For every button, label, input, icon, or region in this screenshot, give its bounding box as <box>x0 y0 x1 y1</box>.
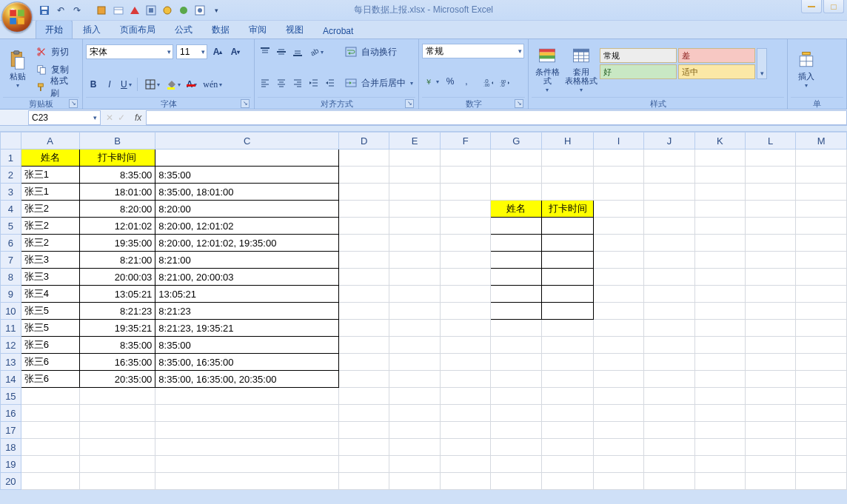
cell[interactable] <box>796 337 847 354</box>
cell[interactable] <box>491 252 542 269</box>
bold-button[interactable]: B <box>86 77 101 92</box>
cell[interactable] <box>339 388 389 405</box>
styles-gallery-launcher[interactable]: ▾ <box>757 48 767 79</box>
decrease-decimal-button[interactable]: .00.0 <box>498 74 512 89</box>
cell[interactable] <box>796 405 847 422</box>
cell[interactable] <box>694 456 745 473</box>
cell[interactable] <box>542 235 594 252</box>
cell[interactable] <box>389 235 440 252</box>
increase-indent-button[interactable] <box>323 75 338 90</box>
format-table-button[interactable]: 套用 表格格式▾ <box>566 44 597 94</box>
cell[interactable] <box>694 235 745 252</box>
style-bad[interactable]: 差 <box>678 48 755 63</box>
cell[interactable] <box>491 184 542 201</box>
cell[interactable] <box>644 320 694 337</box>
row-header[interactable]: 6 <box>1 235 21 252</box>
cell[interactable] <box>542 456 594 473</box>
cell[interactable] <box>644 456 694 473</box>
cell[interactable] <box>796 252 847 269</box>
row-header[interactable]: 15 <box>1 388 21 405</box>
cell[interactable] <box>746 405 796 422</box>
cell[interactable] <box>21 456 79 473</box>
col-header-M[interactable]: M <box>796 132 847 149</box>
tab-view[interactable]: 视图 <box>277 21 312 38</box>
cell[interactable]: 8:20:00 <box>79 201 155 218</box>
cell[interactable] <box>155 388 339 405</box>
cell[interactable] <box>746 456 796 473</box>
cell[interactable]: 8:35:00, 18:01:00 <box>155 184 339 201</box>
cell[interactable] <box>491 354 542 371</box>
cell[interactable]: 张三2 <box>21 235 79 252</box>
cell[interactable]: 8:21:00, 20:00:03 <box>155 269 339 286</box>
col-header-L[interactable]: L <box>746 132 796 149</box>
cell[interactable] <box>339 354 389 371</box>
qat-more-icon[interactable]: ▾ <box>210 4 222 16</box>
cell[interactable] <box>694 320 745 337</box>
increase-decimal-button[interactable]: .0.00 <box>481 74 496 89</box>
cell[interactable] <box>593 303 643 320</box>
cell[interactable] <box>644 252 694 269</box>
cell[interactable] <box>796 473 847 490</box>
align-middle-button[interactable] <box>274 44 289 59</box>
tab-review[interactable]: 审阅 <box>240 21 275 38</box>
cell[interactable] <box>339 422 389 439</box>
cell[interactable] <box>694 218 745 235</box>
cell[interactable]: 8:21:23, 19:35:21 <box>155 320 339 337</box>
align-right-button[interactable] <box>290 75 305 90</box>
cell[interactable] <box>746 303 796 320</box>
cell[interactable] <box>694 201 745 218</box>
qat-icon-7[interactable] <box>194 4 206 16</box>
style-normal[interactable]: 常规 <box>600 48 677 63</box>
cell[interactable] <box>796 167 847 184</box>
cell[interactable] <box>491 388 542 405</box>
row-header[interactable]: 11 <box>1 320 21 337</box>
qat-icon-1[interactable] <box>96 4 108 16</box>
cell[interactable] <box>542 320 594 337</box>
office-button[interactable] <box>1 1 33 33</box>
cell[interactable] <box>21 439 79 456</box>
cell[interactable] <box>21 473 79 490</box>
cell[interactable] <box>440 354 490 371</box>
select-all-corner[interactable] <box>1 132 21 149</box>
cell[interactable] <box>542 422 594 439</box>
cell[interactable] <box>796 303 847 320</box>
cell[interactable] <box>491 303 542 320</box>
cell[interactable] <box>796 218 847 235</box>
cell[interactable] <box>694 405 745 422</box>
cell[interactable] <box>491 405 542 422</box>
cell[interactable] <box>491 167 542 184</box>
row-header[interactable]: 19 <box>1 456 21 473</box>
number-launcher[interactable]: ↘ <box>515 99 523 108</box>
cell[interactable] <box>644 388 694 405</box>
cell[interactable] <box>339 303 389 320</box>
save-icon[interactable] <box>38 4 50 16</box>
row-header[interactable]: 17 <box>1 422 21 439</box>
cell[interactable] <box>542 218 594 235</box>
percent-button[interactable]: % <box>443 74 458 89</box>
cell[interactable]: 张三4 <box>21 286 79 303</box>
cell[interactable] <box>339 456 389 473</box>
cell[interactable] <box>746 388 796 405</box>
phonetic-button[interactable]: wén <box>201 77 224 92</box>
col-header-D[interactable]: D <box>339 132 389 149</box>
cell[interactable] <box>644 405 694 422</box>
cell[interactable] <box>593 252 643 269</box>
merge-center-button[interactable]: 合并后居中 ▾ <box>345 75 413 91</box>
cell[interactable] <box>746 354 796 371</box>
cell[interactable] <box>796 320 847 337</box>
cell[interactable] <box>389 167 440 184</box>
cell[interactable] <box>542 354 594 371</box>
cell[interactable] <box>389 371 440 388</box>
row-header[interactable]: 18 <box>1 439 21 456</box>
cell[interactable] <box>339 184 389 201</box>
cell[interactable]: 8:20:00 <box>155 201 339 218</box>
tab-data[interactable]: 数据 <box>203 21 238 38</box>
cell[interactable] <box>694 269 745 286</box>
cell[interactable] <box>339 201 389 218</box>
cell[interactable] <box>593 456 643 473</box>
cell[interactable] <box>593 149 643 167</box>
cell[interactable]: 8:20:00, 12:01:02, 19:35:00 <box>155 235 339 252</box>
cell[interactable] <box>491 473 542 490</box>
cell[interactable] <box>694 422 745 439</box>
cell[interactable] <box>542 388 594 405</box>
